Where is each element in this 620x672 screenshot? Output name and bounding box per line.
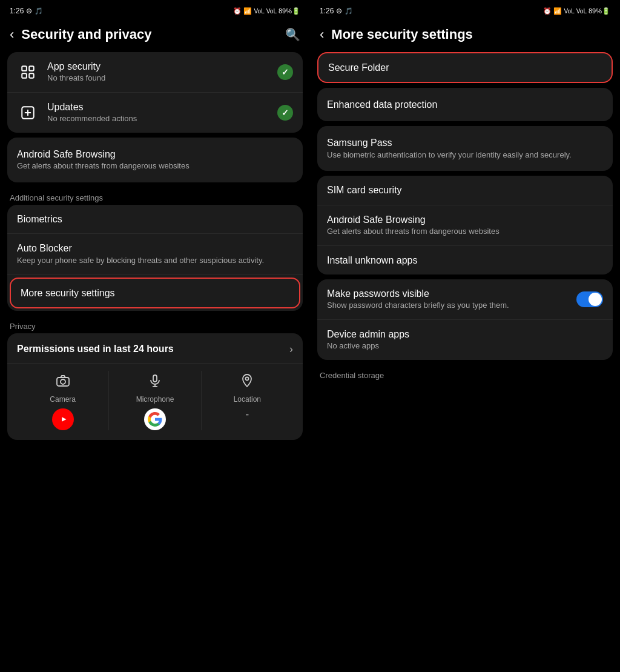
secure-folder-title: Secure Folder bbox=[328, 62, 602, 73]
app-security-item[interactable]: App security No threats found bbox=[7, 52, 303, 92]
camera-icon bbox=[53, 371, 73, 390]
status-bar-left: 1:26 ⊖ 🎵 ⏰ 📶 VoL VoL 89%🔋 bbox=[0, 0, 310, 19]
more-security-item[interactable]: More security settings bbox=[10, 278, 300, 308]
updates-icon bbox=[17, 102, 39, 124]
wifi-icon-r: 📶 bbox=[553, 7, 562, 15]
android-safe-item-r[interactable]: Android Safe Browsing Get alerts about t… bbox=[317, 205, 613, 245]
back-button-right[interactable]: ‹ bbox=[320, 28, 324, 41]
device-admin-item[interactable]: Device admin apps No active apps bbox=[317, 320, 613, 360]
install-unknown-item[interactable]: Install unknown apps bbox=[317, 246, 613, 274]
chevron-right-icon: › bbox=[289, 343, 293, 356]
location-app-dash: - bbox=[245, 408, 249, 421]
sim-browsing-card: SIM card security Android Safe Browsing … bbox=[317, 176, 613, 274]
updates-check bbox=[277, 105, 293, 121]
back-button-left[interactable]: ‹ bbox=[10, 28, 14, 41]
perm-mic-col: Microphone bbox=[108, 371, 200, 430]
secure-folder-item[interactable]: Secure Folder bbox=[318, 53, 612, 82]
signal2-icon: VoL bbox=[266, 8, 277, 15]
samsung-pass-text: Samsung Pass Use biometric authenticatio… bbox=[327, 137, 603, 160]
left-content: App security No threats found Updates No… bbox=[0, 47, 310, 672]
additional-security-label: Additional security settings bbox=[7, 187, 303, 205]
auto-blocker-text: Auto Blocker Keep your phone safe by blo… bbox=[17, 242, 293, 265]
updates-text: Updates No recommended actions bbox=[47, 101, 269, 124]
right-panel: 1:26 ⊖ 🎵 ⏰ 📶 VoL VoL 89%🔋 ‹ More securit… bbox=[310, 0, 620, 672]
secure-folder-text: Secure Folder bbox=[328, 62, 602, 73]
updates-title: Updates bbox=[47, 101, 269, 113]
biometrics-text: Biometrics bbox=[17, 213, 293, 225]
microphone-icon bbox=[145, 371, 165, 390]
sim-card-item[interactable]: SIM card security bbox=[317, 176, 613, 204]
svg-rect-2 bbox=[22, 73, 27, 78]
svg-rect-3 bbox=[29, 73, 34, 78]
privacy-label: Privacy bbox=[7, 316, 303, 333]
app-security-icon bbox=[17, 61, 39, 83]
android-safe-title-r: Android Safe Browsing bbox=[327, 214, 603, 225]
android-safe-subtitle-r: Get alerts about threats from dangerous … bbox=[327, 227, 603, 237]
microphone-label: Microphone bbox=[136, 395, 174, 404]
time-right: 1:26 bbox=[320, 7, 334, 15]
app-security-subtitle: No threats found bbox=[47, 73, 269, 84]
permissions-card: Permissions used in last 24 hours › Came… bbox=[7, 333, 303, 440]
perm-location-col: Location - bbox=[201, 371, 293, 430]
safe-browsing-item[interactable]: Android Safe Browsing Get alerts about t… bbox=[7, 138, 303, 182]
secure-folder-card: Secure Folder bbox=[317, 52, 613, 83]
search-icon-left[interactable]: 🔍 bbox=[285, 27, 300, 42]
enhanced-data-title: Enhanced data protection bbox=[327, 99, 603, 110]
more-security-text: More security settings bbox=[21, 287, 289, 299]
more-security-title: More security settings bbox=[21, 287, 289, 299]
safe-browsing-subtitle: Get alerts about threats from dangerous … bbox=[17, 161, 293, 171]
install-unknown-text: Install unknown apps bbox=[327, 254, 603, 266]
app-security-check bbox=[277, 64, 293, 80]
google-icon bbox=[144, 408, 166, 430]
credential-storage-label: Credential storage bbox=[317, 365, 613, 382]
permissions-header[interactable]: Permissions used in last 24 hours › bbox=[7, 333, 303, 363]
make-passwords-text: Make passwords visible Show password cha… bbox=[327, 288, 568, 311]
auto-blocker-subtitle: Keep your phone safe by blocking threats… bbox=[17, 256, 293, 266]
install-unknown-title: Install unknown apps bbox=[327, 254, 603, 266]
samsung-pass-item[interactable]: Samsung Pass Use biometric authenticatio… bbox=[317, 126, 613, 171]
permissions-icons-row: Camera bbox=[7, 363, 303, 440]
top-bar-left: ‹ Security and privacy 🔍 bbox=[0, 19, 310, 47]
svg-rect-5 bbox=[57, 378, 69, 386]
safe-browsing-text: Android Safe Browsing Get alerts about t… bbox=[17, 148, 293, 171]
location-icon bbox=[237, 371, 257, 390]
signal2-icon-r: VoL bbox=[576, 8, 587, 15]
app-security-title: App security bbox=[47, 61, 269, 72]
svg-rect-0 bbox=[22, 66, 27, 71]
status-icons-left: ⏰ 📶 VoL VoL 89%🔋 bbox=[233, 7, 300, 15]
battery-left: 89%🔋 bbox=[279, 7, 300, 15]
alarm-icon-r: ⏰ bbox=[543, 7, 552, 15]
enhanced-data-text: Enhanced data protection bbox=[327, 99, 603, 110]
updates-subtitle: No recommended actions bbox=[47, 114, 269, 124]
minus-icon-right: ⊖ bbox=[336, 7, 342, 15]
make-passwords-subtitle: Show password characters briefly as you … bbox=[327, 301, 568, 311]
enhanced-data-card: Enhanced data protection bbox=[317, 88, 613, 121]
make-passwords-toggle[interactable] bbox=[576, 291, 603, 307]
enhanced-data-item[interactable]: Enhanced data protection bbox=[317, 88, 613, 121]
status-icons-right: ⏰ 📶 VoL VoL 89%🔋 bbox=[543, 7, 610, 15]
biometrics-item[interactable]: Biometrics bbox=[7, 205, 303, 233]
device-admin-title: Device admin apps bbox=[327, 328, 603, 340]
safe-browsing-card: Android Safe Browsing Get alerts about t… bbox=[7, 138, 303, 182]
make-passwords-item[interactable]: Make passwords visible Show password cha… bbox=[317, 279, 613, 319]
signal-icon-r: VoL bbox=[564, 8, 574, 15]
left-panel: 1:26 ⊖ 🎵 ⏰ 📶 VoL VoL 89%🔋 ‹ Security and… bbox=[0, 0, 310, 672]
right-content: Secure Folder Enhanced data protection S… bbox=[310, 47, 620, 672]
app-security-text: App security No threats found bbox=[47, 61, 269, 84]
sim-card-text: SIM card security bbox=[327, 184, 603, 196]
svg-rect-1 bbox=[29, 66, 34, 71]
cast-icon-right: 🎵 bbox=[345, 7, 353, 15]
passwords-admin-card: Make passwords visible Show password cha… bbox=[317, 279, 613, 360]
auto-blocker-title: Auto Blocker bbox=[17, 242, 293, 254]
svg-point-6 bbox=[61, 379, 65, 384]
page-title-left: Security and privacy bbox=[21, 27, 278, 42]
android-safe-text-r: Android Safe Browsing Get alerts about t… bbox=[327, 214, 603, 237]
auto-blocker-item[interactable]: Auto Blocker Keep your phone safe by blo… bbox=[7, 234, 303, 274]
page-title-right: More security settings bbox=[331, 27, 610, 42]
make-passwords-title: Make passwords visible bbox=[327, 288, 568, 299]
updates-item[interactable]: Updates No recommended actions bbox=[7, 92, 303, 133]
minus-icon-left: ⊖ bbox=[26, 7, 32, 15]
battery-right: 89%🔋 bbox=[589, 7, 610, 15]
perm-camera-col: Camera bbox=[17, 371, 108, 430]
additional-security-card: Biometrics Auto Blocker Keep your phone … bbox=[7, 205, 303, 310]
